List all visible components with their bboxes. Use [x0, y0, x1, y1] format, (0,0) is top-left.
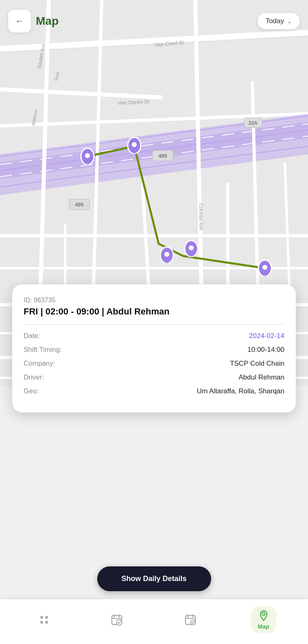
today-label: Today	[266, 17, 284, 25]
svg-point-53	[164, 252, 169, 257]
geo-value: Um Altaraffa, Rolla, Sharqan	[197, 387, 284, 395]
nav-item-schedule[interactable]	[104, 610, 130, 629]
svg-point-59	[262, 265, 267, 270]
svg-point-60	[263, 274, 267, 277]
svg-point-56	[189, 245, 194, 250]
card-id: ID: 963735	[24, 297, 284, 304]
back-arrow-icon: ←	[15, 16, 24, 26]
map-nav-label: Map	[258, 623, 269, 630]
svg-point-70	[190, 620, 195, 625]
driver-label: Driver:	[24, 373, 44, 382]
calendar-check-icon	[184, 613, 197, 626]
svg-point-54	[165, 261, 169, 264]
card-title: FRI | 02:00 - 09:00 | Abdul Rehman	[24, 306, 284, 317]
date-value: 2024-02-14	[249, 332, 284, 340]
dots-menu-icon	[39, 614, 50, 625]
nav-item-dots[interactable]	[32, 611, 56, 629]
bottom-navigation: Map	[0, 599, 308, 644]
shift-row: Shift Timing: 10:00-14:00	[24, 346, 284, 354]
company-row: Company: TSCP Cold Chain	[24, 360, 284, 368]
svg-point-57	[189, 254, 193, 258]
shift-label: Shift Timing:	[24, 346, 62, 354]
svg-point-71	[262, 613, 265, 616]
nav-item-calendar[interactable]	[177, 610, 203, 629]
driver-row: Driver: Abdul Rehman	[24, 373, 284, 382]
svg-point-51	[132, 151, 136, 154]
company-label: Company:	[24, 360, 55, 368]
schedule-check-icon	[110, 613, 123, 626]
shift-value: 10:00-14:00	[247, 346, 284, 354]
driver-value: Abdul Rehman	[239, 373, 284, 382]
back-button[interactable]: ←	[8, 10, 31, 33]
map-pin-icon	[258, 609, 270, 622]
info-card: ID: 963735 FRI | 02:00 - 09:00 | Abdul R…	[12, 284, 296, 412]
svg-point-47	[85, 153, 90, 158]
nav-item-map[interactable]: Map	[251, 606, 276, 633]
today-dropdown-button[interactable]: Today ⌄	[258, 13, 300, 29]
geo-row: Geo: Um Altaraffa, Rolla, Sharqan	[24, 387, 284, 395]
svg-point-48	[85, 163, 90, 166]
company-value: TSCP Cold Chain	[230, 360, 284, 368]
chevron-down-icon: ⌄	[287, 18, 292, 24]
header: ← Map Today ⌄	[0, 0, 308, 37]
svg-point-50	[132, 142, 137, 147]
date-row: Date: 2024-02-14	[24, 332, 284, 340]
show-daily-details-button[interactable]: Show Daily Details	[97, 566, 211, 591]
card-divider	[24, 324, 284, 325]
geo-label: Geo:	[24, 387, 39, 395]
date-label: Date:	[24, 332, 40, 340]
page-title: Map	[36, 15, 258, 28]
